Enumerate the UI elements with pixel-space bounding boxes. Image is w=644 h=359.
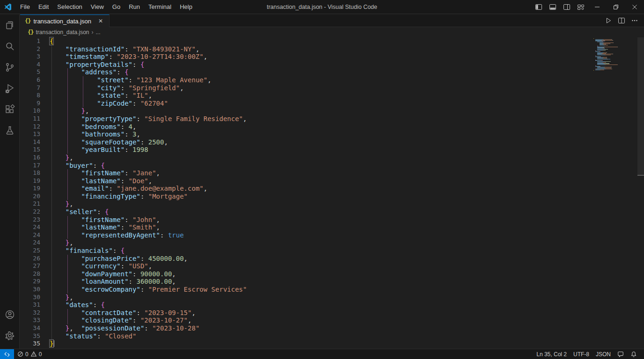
code-line[interactable]: "escrowCompany": "Premier Escrow Service… bbox=[50, 286, 593, 294]
line-number[interactable]: 31 bbox=[20, 301, 41, 309]
line-number[interactable]: 6 bbox=[20, 76, 41, 84]
accounts-icon[interactable] bbox=[0, 304, 20, 325]
breadcrumb-file[interactable]: transaction_data.json bbox=[36, 29, 89, 36]
tab-transaction-data-json[interactable]: {} transaction_data.json ✕ bbox=[20, 14, 110, 27]
encoding-indicator[interactable]: UTF-8 bbox=[570, 349, 593, 359]
code-line[interactable]: }, bbox=[50, 154, 593, 162]
line-number[interactable]: 18 bbox=[20, 169, 41, 177]
run-file-icon[interactable] bbox=[603, 15, 614, 26]
tab-close-icon[interactable]: ✕ bbox=[97, 17, 104, 25]
code-line[interactable]: }, bbox=[50, 200, 593, 208]
line-number[interactable]: 14 bbox=[20, 138, 41, 146]
more-actions-icon[interactable] bbox=[629, 15, 640, 26]
menu-selection[interactable]: Selection bbox=[53, 2, 86, 12]
line-number[interactable]: 1 bbox=[20, 37, 41, 45]
line-number[interactable]: 24 bbox=[20, 223, 41, 231]
problems-status[interactable]: 0 0 bbox=[14, 349, 45, 359]
code-line[interactable]: "financials": { bbox=[50, 247, 593, 255]
line-number[interactable]: 25 bbox=[20, 247, 41, 255]
extensions-icon[interactable] bbox=[0, 99, 20, 120]
line-number[interactable]: 9 bbox=[20, 100, 41, 108]
bell-icon[interactable] bbox=[627, 349, 640, 359]
code-line[interactable]: }, bbox=[50, 294, 593, 302]
line-number[interactable]: 13 bbox=[20, 130, 41, 138]
code-line[interactable]: "lastName": "Smith", bbox=[50, 223, 593, 231]
run-debug-icon[interactable] bbox=[0, 78, 20, 99]
restore-icon[interactable] bbox=[607, 0, 625, 14]
code-line[interactable]: "purchasePrice": 450000.00, bbox=[50, 255, 593, 263]
code-line[interactable]: "address": { bbox=[50, 68, 593, 76]
line-number[interactable]: 27 bbox=[20, 262, 41, 270]
code-line[interactable]: "closingDate": "2023-10-27", bbox=[50, 316, 593, 324]
line-number[interactable]: 3 bbox=[20, 53, 41, 61]
line-number[interactable]: 33 bbox=[20, 316, 41, 324]
code-line[interactable]: "firstName": "John", bbox=[50, 216, 593, 224]
menu-file[interactable]: File bbox=[16, 2, 34, 12]
settings-gear-icon[interactable] bbox=[0, 325, 20, 346]
layout-panel-icon[interactable] bbox=[546, 0, 560, 14]
line-number[interactable]: 4 bbox=[20, 61, 41, 69]
layout-sidebar-left-icon[interactable] bbox=[532, 0, 546, 14]
editor-pane[interactable]: 1234567891011121314151617181919202122232… bbox=[20, 37, 644, 349]
code-line[interactable]: "city": "Springfield", bbox=[50, 84, 593, 92]
layout-sidebar-right-icon[interactable] bbox=[560, 0, 574, 14]
source-control-icon[interactable] bbox=[0, 57, 20, 78]
code-line[interactable]: "squareFootage": 2500, bbox=[50, 138, 593, 146]
code-line[interactable]: "propertyDetails": { bbox=[50, 61, 593, 69]
remote-indicator[interactable] bbox=[0, 349, 14, 359]
line-number[interactable]: 26 bbox=[20, 255, 41, 263]
line-number[interactable]: 35 bbox=[20, 332, 41, 340]
line-number[interactable]: 23 bbox=[20, 216, 41, 224]
search-icon[interactable] bbox=[0, 36, 20, 57]
line-number[interactable]: 19 bbox=[20, 185, 41, 193]
code-line[interactable]: "yearBuilt": 1998 bbox=[50, 146, 593, 154]
code-line[interactable]: "seller": { bbox=[50, 208, 593, 216]
menu-view[interactable]: View bbox=[87, 2, 108, 12]
code-line[interactable]: "transactionId": "TXN-8493021-NY", bbox=[50, 45, 593, 53]
line-number[interactable]: 24 bbox=[20, 239, 41, 247]
line-number[interactable]: 16 bbox=[20, 154, 41, 162]
code-line[interactable]: "downPayment": 90000.00, bbox=[50, 270, 593, 278]
code-line[interactable]: "state": "IL", bbox=[50, 92, 593, 100]
code-line[interactable]: "lastName": "Doe", bbox=[50, 177, 593, 185]
line-number[interactable]: 22 bbox=[20, 208, 41, 216]
minimap[interactable] bbox=[593, 38, 623, 71]
code-line[interactable]: "zipCode": "62704" bbox=[50, 100, 593, 108]
line-number[interactable]: 17 bbox=[20, 162, 41, 170]
code-line[interactable]: "loanAmount": 360000.00, bbox=[50, 278, 593, 286]
menu-terminal[interactable]: Terminal bbox=[144, 2, 176, 12]
line-number[interactable]: 21 bbox=[20, 200, 41, 208]
line-number[interactable]: 24 bbox=[20, 231, 41, 239]
code-line[interactable]: "propertyType": "Single Family Residence… bbox=[50, 115, 593, 123]
line-number[interactable]: 35 bbox=[20, 340, 41, 348]
line-number[interactable]: 29 bbox=[20, 278, 41, 286]
menu-run[interactable]: Run bbox=[124, 2, 144, 12]
code-line[interactable]: }, "possessionDate": "2023-10-28" bbox=[50, 324, 593, 332]
line-number[interactable]: 2 bbox=[20, 45, 41, 53]
line-number[interactable]: 8 bbox=[20, 92, 41, 100]
code-line[interactable]: "currency": "USD", bbox=[50, 262, 593, 270]
code-line[interactable]: "email": "jane.doe@example.com", bbox=[50, 185, 593, 193]
language-mode[interactable]: JSON bbox=[593, 349, 614, 359]
code-line[interactable]: "bathrooms": 3, bbox=[50, 130, 593, 138]
line-number[interactable]: 32 bbox=[20, 309, 41, 317]
close-icon[interactable] bbox=[625, 0, 644, 14]
line-number[interactable]: 15 bbox=[20, 146, 41, 154]
code-line[interactable]: "bedrooms": 4, bbox=[50, 123, 593, 131]
menu-help[interactable]: Help bbox=[176, 2, 197, 12]
code-line[interactable]: }, bbox=[50, 107, 593, 115]
feedback-icon[interactable] bbox=[614, 349, 627, 359]
line-number[interactable]: 5 bbox=[20, 68, 41, 76]
minimize-icon[interactable] bbox=[588, 0, 607, 14]
code-line[interactable]: "financingType": "Mortgage" bbox=[50, 193, 593, 201]
line-number[interactable]: 19 bbox=[20, 177, 41, 185]
code-line[interactable]: }, bbox=[50, 239, 593, 247]
line-number[interactable]: 7 bbox=[20, 84, 41, 92]
line-number[interactable]: 20 bbox=[20, 193, 41, 201]
line-number[interactable]: 11 bbox=[20, 115, 41, 123]
breadcrumb-symbol-ellipsis[interactable]: ... bbox=[96, 29, 101, 36]
code-line[interactable]: "street": "123 Maple Avenue", bbox=[50, 76, 593, 84]
split-editor-icon[interactable] bbox=[616, 15, 627, 26]
line-number[interactable]: 28 bbox=[20, 270, 41, 278]
cursor-position[interactable]: Ln 35, Col 2 bbox=[533, 349, 570, 359]
